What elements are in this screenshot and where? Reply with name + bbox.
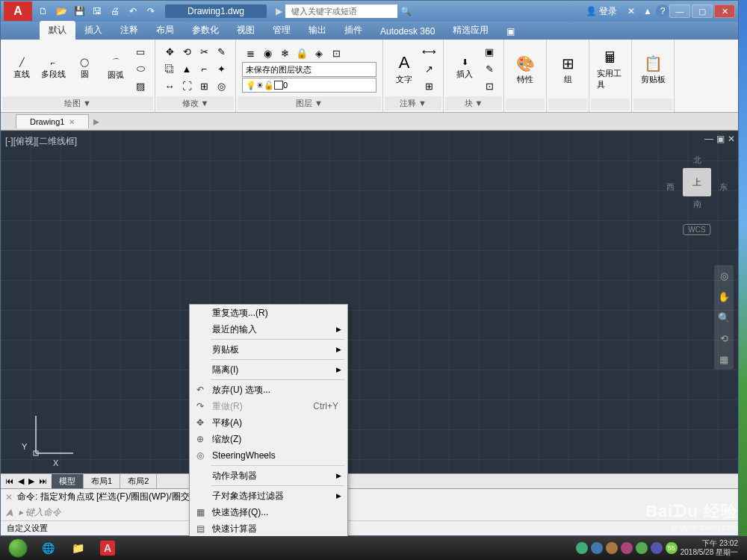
menu-clipboard[interactable]: 剪贴板▶ xyxy=(190,341,347,358)
menu-quickcalc[interactable]: ▤快速计算器 xyxy=(190,520,347,537)
viewport-minimize-icon[interactable]: — xyxy=(704,134,713,144)
help-search-input[interactable]: 键入关键字或短语 xyxy=(285,4,397,18)
tray-icon-1[interactable] xyxy=(576,542,588,554)
login-link[interactable]: 登录 xyxy=(599,5,617,18)
menu-zoom[interactable]: ⊕缩放(Z) xyxy=(190,431,347,447)
task-explorer-icon[interactable]: 📁 xyxy=(63,538,93,559)
nav-showmotion-icon[interactable]: ▦ xyxy=(716,352,731,367)
taskbar-clock[interactable]: 下午 23:02 2018/5/28 星期一 xyxy=(681,539,738,557)
title-nav-icon[interactable]: ▶ xyxy=(276,6,282,16)
array-icon[interactable]: ⊞ xyxy=(196,78,212,94)
leader-icon[interactable]: ↗ xyxy=(421,60,437,77)
tab-view[interactable]: 视图 xyxy=(228,21,264,40)
new-icon[interactable]: 🗋 xyxy=(35,3,52,19)
drawing-canvas[interactable]: [-][俯视][二维线框] — ▣ ✕ 北 南 东 西 上 WCS ◎ ✋ 🔍 … xyxy=(1,131,738,473)
mirror-icon[interactable]: ▲ xyxy=(179,60,195,77)
group-button[interactable]: ⊞组 xyxy=(553,52,583,88)
layer-state-dropdown[interactable]: 未保存的图层状态 xyxy=(242,62,376,77)
menu-subobject-filter[interactable]: 子对象选择过滤器▶ xyxy=(190,488,347,504)
tab-insert[interactable]: 插入 xyxy=(75,21,111,40)
line-button[interactable]: ╱直线 xyxy=(7,55,37,83)
command-close-icon[interactable]: ✕ xyxy=(5,492,13,503)
layer-off-icon[interactable]: ◉ xyxy=(259,45,276,61)
viewcube-face[interactable]: 上 xyxy=(683,168,711,196)
layer-match-icon[interactable]: ⊡ xyxy=(328,45,344,61)
a360-icon[interactable]: ▲ xyxy=(639,3,656,19)
tab-output[interactable]: 输出 xyxy=(300,21,335,40)
save-icon[interactable]: 💾 xyxy=(71,3,87,19)
tab-layout[interactable]: 布局 xyxy=(147,21,183,40)
tray-input-icon[interactable]: 55 xyxy=(666,542,678,554)
tray-icon-2[interactable] xyxy=(591,542,603,554)
layer-freeze-icon[interactable]: ❄ xyxy=(276,45,293,61)
open-icon[interactable]: 📂 xyxy=(53,3,69,19)
close-button[interactable]: ✕ xyxy=(714,4,735,18)
menu-redo[interactable]: ↷重做(R)Ctrl+Y xyxy=(190,398,347,414)
layout-prev-icon[interactable]: ◀ xyxy=(16,476,25,486)
tray-icon-3[interactable] xyxy=(606,542,618,554)
dimension-icon[interactable]: ⟷ xyxy=(421,43,437,60)
copy-icon[interactable]: ⿻ xyxy=(161,60,178,77)
panel-block-title[interactable]: 块 ▼ xyxy=(445,96,502,111)
tab-close-icon[interactable]: ✕ xyxy=(69,118,75,126)
exchange-icon[interactable]: ✕ xyxy=(623,3,639,19)
properties-button[interactable]: 🎨特性 xyxy=(510,52,540,88)
nav-wheel-icon[interactable]: ◎ xyxy=(716,268,731,283)
help-icon[interactable]: ? xyxy=(656,4,669,18)
layout-tab-1[interactable]: 布局1 xyxy=(84,474,120,488)
document-tab-drawing1[interactable]: Drawing1 ✕ xyxy=(16,114,89,128)
scale-icon[interactable]: ⛶ xyxy=(179,78,195,94)
task-autocad-icon[interactable]: A xyxy=(93,538,123,559)
insert-button[interactable]: ⬇插入 xyxy=(450,55,480,83)
layout-last-icon[interactable]: ⏭ xyxy=(37,476,49,486)
layout-next-icon[interactable]: ▶ xyxy=(27,476,36,486)
menu-isolate[interactable]: 隔离(I)▶ xyxy=(190,361,347,378)
panel-draw-title[interactable]: 绘图 ▼ xyxy=(2,96,153,111)
offset-icon[interactable]: ◎ xyxy=(213,78,229,94)
layer-prop-icon[interactable]: ≣ xyxy=(242,45,258,61)
hatch-icon[interactable]: ▨ xyxy=(132,78,149,94)
layout-first-icon[interactable]: ⏮ xyxy=(4,476,15,486)
nav-orbit-icon[interactable]: ⟲ xyxy=(716,331,731,346)
table-icon[interactable]: ⊞ xyxy=(421,78,437,94)
search-icon[interactable]: 🔍 xyxy=(397,3,414,19)
tray-icon-6[interactable] xyxy=(651,542,663,554)
rotate-icon[interactable]: ⟲ xyxy=(179,43,195,60)
layout-tab-model[interactable]: 模型 xyxy=(52,474,84,488)
tab-default[interactable]: 默认 xyxy=(40,21,75,40)
tray-icon-5[interactable] xyxy=(636,542,648,554)
maximize-button[interactable]: ▢ xyxy=(692,4,713,18)
saveas-icon[interactable]: 🖫 xyxy=(89,3,105,19)
layer-iso-icon[interactable]: ◈ xyxy=(311,45,327,61)
polyline-button[interactable]: ⌐多段线 xyxy=(38,55,68,83)
menu-quick-select[interactable]: ▦快速选择(Q)... xyxy=(190,504,347,520)
circle-button[interactable]: ◯圆 xyxy=(69,55,99,83)
rectangle-icon[interactable]: ▭ xyxy=(132,43,149,60)
panel-modify-title[interactable]: 修改 ▼ xyxy=(157,96,234,111)
panel-annotation-title[interactable]: 注释 ▼ xyxy=(385,96,441,111)
nav-pan-icon[interactable]: ✋ xyxy=(716,289,731,304)
tray-icon-4[interactable] xyxy=(621,542,633,554)
panel-layers-title[interactable]: 图层 ▼ xyxy=(238,96,381,111)
utilities-button[interactable]: 🖩实用工具 xyxy=(595,46,625,93)
command-input[interactable]: ⮝ ▸ 键入命令 xyxy=(1,505,738,520)
task-browser-icon[interactable]: 🌐 xyxy=(33,538,63,559)
menu-recent-input[interactable]: 最近的输入▶ xyxy=(190,321,347,337)
menu-repeat[interactable]: 重复选项...(R) xyxy=(190,305,347,321)
menu-pan[interactable]: ✥平移(A) xyxy=(190,414,347,431)
tab-featured[interactable]: 精选应用 xyxy=(444,21,498,40)
clipboard-button[interactable]: 📋剪贴板 xyxy=(638,52,668,88)
redo-icon[interactable]: ↷ xyxy=(143,3,159,19)
menu-undo[interactable]: ↶放弃(U) 选项... xyxy=(190,382,347,398)
minimize-button[interactable]: — xyxy=(669,4,690,18)
start-button[interactable] xyxy=(3,538,33,559)
tab-plugins[interactable]: 插件 xyxy=(335,21,371,40)
menu-steeringwheels[interactable]: ◎SteeringWheels xyxy=(190,447,347,464)
block-edit-icon[interactable]: ✎ xyxy=(481,60,498,77)
undo-icon[interactable]: ↶ xyxy=(125,3,141,19)
nav-zoom-icon[interactable]: 🔍 xyxy=(716,310,731,325)
tab-autodesk360[interactable]: Autodesk 360 xyxy=(371,23,444,40)
command-expand-icon[interactable]: ⮝ xyxy=(5,508,14,518)
tab-manage[interactable]: 管理 xyxy=(264,21,300,40)
block-create-icon[interactable]: ▣ xyxy=(481,43,498,60)
